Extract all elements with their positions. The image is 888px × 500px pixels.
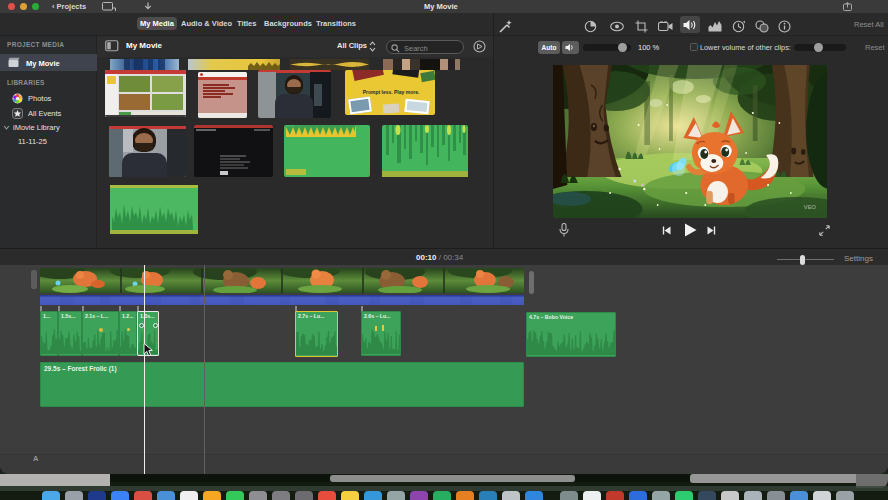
svg-text:VEO: VEO: [804, 204, 816, 210]
